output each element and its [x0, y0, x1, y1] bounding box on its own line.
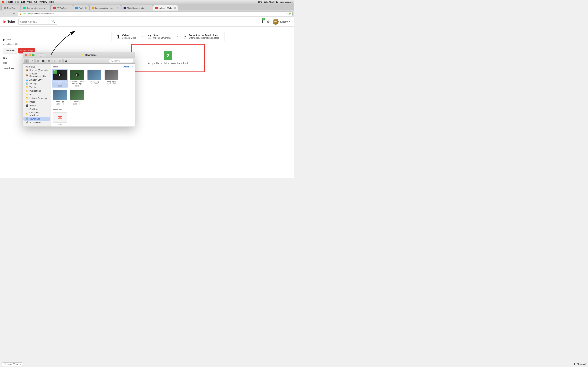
action-preview-btn[interactable]: 📷	[63, 59, 68, 63]
play-control[interactable]: ▶	[3, 38, 5, 42]
sidebar-label-ipg-signals: iPG signals waveform	[29, 111, 48, 117]
view-icon-btn[interactable]: ⊞	[24, 59, 29, 63]
finder-forward-button[interactable]: ›	[41, 53, 45, 57]
search-box[interactable]: 🔍	[18, 19, 57, 25]
finder-search-placeholder: Search	[113, 60, 120, 62]
action-gear-btn[interactable]: ⚙	[47, 59, 52, 63]
help-menu[interactable]: Help	[49, 1, 54, 3]
address-bar-row: ‹ › ↺ 🔒 Secure https://dtube.video/#!/up…	[0, 10, 294, 17]
temperature-display: 18°C	[258, 1, 262, 3]
tab-close-frambuesapi[interactable]: ✕	[117, 7, 119, 9]
tab-close-steemit[interactable]: ✕	[47, 7, 48, 9]
extensions-icon[interactable]: 🧩	[288, 12, 291, 15]
file-item-snap2[interactable]: snap-2.jpg 1,180 × 663	[104, 69, 119, 88]
tab-mario[interactable]: Mario Bejarano (@guibe80... ✕	[121, 5, 153, 10]
tab-youtube[interactable]: (7) YouTube ✕	[51, 5, 73, 10]
file-item-episodio1[interactable]: ▶ Episodio 1 - Prepara...ins.mp4 06:35	[69, 69, 85, 88]
new-tab-button[interactable]: +	[179, 6, 183, 10]
file-name-snap3: snap-3.jpg	[56, 101, 64, 103]
user-dropdown-arrow[interactable]: ▼	[289, 21, 291, 23]
tab-steemit[interactable]: Search - steemit.com ✕	[21, 5, 51, 10]
step-1-number: 1	[117, 34, 120, 39]
tab-close-mario[interactable]: ✕	[149, 7, 150, 9]
sidebar-item-dropbox-bergmeister[interactable]: 📦 Dropbox (Bergmeister Ltd)	[24, 72, 50, 78]
finder-menu[interactable]: Finder	[7, 1, 13, 3]
bookmark-icon[interactable]: ☆	[286, 12, 288, 15]
step-3-subtitle: Enter a title, description and tags	[189, 37, 219, 39]
sidebar-item-paper[interactable]: 📁 Paper	[24, 100, 50, 104]
take-snap-button[interactable]: Take Snap	[3, 48, 17, 53]
reload-button[interactable]: ↺	[12, 11, 17, 16]
drop-zone[interactable]: 2 Drop a file or click to start the uplo…	[131, 44, 205, 72]
view-cover-btn[interactable]: ⬛	[41, 59, 46, 63]
file-item-snap1[interactable]: snap (1).jpg 540 × 303	[86, 69, 102, 88]
sidebar-item-publications[interactable]: 📁 Publications	[24, 89, 50, 93]
dtube-logo[interactable]: ▶ Tube	[3, 19, 15, 24]
file-meta-snap2: 1,180 × 663	[107, 83, 116, 85]
fullscreen-window-button[interactable]	[32, 54, 35, 56]
close-window-button[interactable]	[25, 54, 27, 56]
window-menu[interactable]: Window	[40, 1, 47, 3]
search-input[interactable]	[20, 20, 51, 23]
view-list-btn[interactable]: ≡	[30, 59, 35, 63]
back-button[interactable]: ‹	[1, 11, 6, 16]
file-item-pdf[interactable]: PDF PDF	[52, 111, 68, 126]
left-arm-geometry-icon: 📁	[26, 97, 28, 100]
video-time: 0:00	[7, 38, 11, 41]
movies-icon: 🎬	[26, 104, 28, 107]
tab-perfil[interactable]: Perfil ✕	[73, 5, 89, 10]
finder-body: Favorites 📦 Dropbox (Personal) 📦 Dropbox…	[23, 64, 135, 126]
sidebar-item-ipg-signals[interactable]: 📁 iPG signals waveform	[24, 111, 50, 117]
traffic-lights	[25, 54, 35, 56]
sidebar-item-applications[interactable]: 🚀 Applications	[24, 121, 50, 124]
action-share-btn[interactable]: ↑	[52, 59, 57, 63]
finder-back-button[interactable]: ‹	[37, 53, 41, 57]
file-name-episodio1: Episodio 1 - Prepara...ins.mp4	[70, 81, 84, 85]
sidebar-item-left-arm-geometry[interactable]: 📁 Left Arm Geometry	[24, 96, 50, 100]
sidebar-item-downloads[interactable]: ⬇️ Downloads	[24, 117, 50, 121]
tab-close-perfil[interactable]: ✕	[85, 7, 87, 9]
upload-badge: 1	[262, 18, 265, 20]
sidebar-item-thesis[interactable]: 📁 Thesis	[24, 85, 50, 89]
tab-frambuesapi[interactable]: frambuesapi.co - domain e... ✕	[89, 5, 121, 10]
sidebar-item-amazon-drive[interactable]: 🌐 Amazon Drive	[24, 78, 50, 82]
file-name-snap2: snap-2.jpg	[107, 81, 116, 83]
file-item-snap-jpg[interactable]: snap.jpg 1,180 × 663	[69, 89, 85, 106]
finder-titlebar: ‹ › 📁 Downloads	[23, 52, 135, 58]
sidebar-item-phd[interactable]: 📁 PhD	[24, 93, 50, 96]
avatar[interactable]: MB	[273, 19, 279, 25]
sidebar-item-movies[interactable]: 🎬 Movies	[24, 104, 50, 107]
address-field[interactable]: 🔒 Secure https://dtube.video/#!/upload ☆…	[18, 11, 293, 16]
sidebar-item-onedrive[interactable]: ☁️ OneDrive	[24, 107, 50, 111]
view-columns-btn[interactable]: ⊟	[35, 59, 40, 63]
view-menu[interactable]: View	[27, 1, 32, 3]
step-1-title: Video	[122, 34, 136, 37]
tab-close-upload[interactable]: ✕	[174, 7, 176, 9]
apple-menu[interactable]: 🍎	[1, 1, 4, 3]
step-3-number: 3	[183, 34, 187, 39]
minimize-window-button[interactable]	[28, 54, 31, 56]
edit-menu[interactable]: Edit	[21, 1, 25, 3]
action-tag-btn[interactable]: 🏷	[58, 59, 63, 63]
settings-icon[interactable]: ⚙	[267, 20, 270, 24]
tab-new-tab[interactable]: New Tab ✕	[1, 5, 20, 10]
finder-search-field[interactable]: 🔍 Search	[109, 59, 133, 63]
file-menu[interactable]: File	[15, 1, 19, 3]
step-3-submit[interactable]: 3 Submit to the Blockchain Enter a title…	[178, 32, 225, 41]
dtube-header: ▶ Tube 🔍 ⬆ 1 ⚙ MB guibe80 ▼	[0, 17, 294, 26]
step-divider-2: ›	[177, 34, 178, 39]
tab-close-youtube[interactable]: ✕	[69, 7, 70, 9]
sidebar-item-airdrop[interactable]: 📡 AirDrop	[24, 82, 50, 85]
step-1-video[interactable]: 1 Video Upload a video	[111, 32, 141, 41]
search-icon[interactable]: 🔍	[52, 20, 55, 23]
file-item-big-buck-bunny[interactable]: ▶ 3 big_buck_bunny_mp... 01:00	[52, 69, 68, 88]
tab-upload-dtube[interactable]: Upload - DTube ✕	[153, 5, 178, 10]
forward-button[interactable]: ›	[7, 11, 11, 16]
show-less-button[interactable]: Show Less	[123, 66, 133, 68]
file-item-snap3[interactable]: snap-3.jpg 1,180 × 663	[52, 89, 68, 106]
tab-close-new-tab[interactable]: ✕	[17, 7, 18, 9]
sidebar-item-dropbox-personal[interactable]: 📦 Dropbox (Personal)	[24, 68, 50, 72]
step-2-snap[interactable]: 2 Snap Upload a thumbnail	[143, 32, 177, 41]
secure-icon: 🔒	[19, 13, 22, 15]
go-menu[interactable]: Go	[34, 1, 37, 3]
